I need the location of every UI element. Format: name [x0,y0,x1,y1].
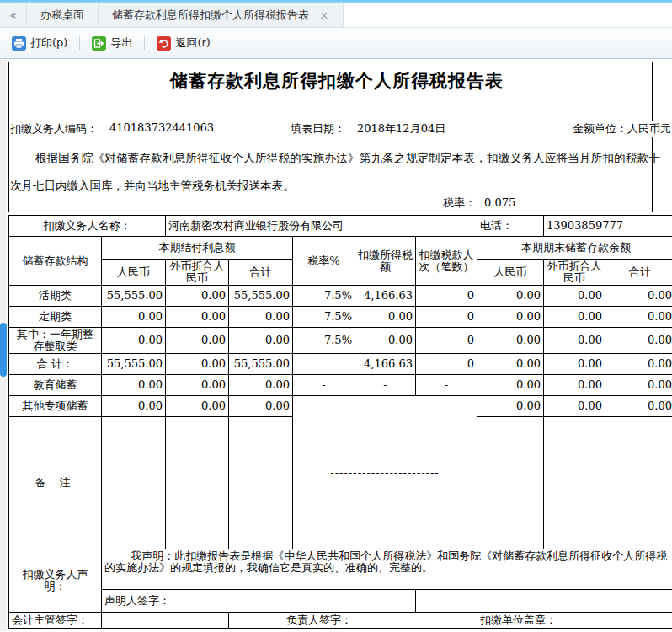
cell: 4,166.63 [355,354,416,375]
merged-dash-cell: ------------------------ [293,396,477,549]
cell [293,354,355,375]
form-instructions: 根据国务院《对储蓄存款利息所得征收个人所得税的实施办法》第九条之规定制定本表，扣… [10,144,660,200]
cell: 0.00 [477,307,544,328]
print-button[interactable]: 打印(p) [7,32,72,54]
header-interest-group: 本期结付利息额 [102,237,293,260]
tab-bar: « 办税桌面 储蓄存款利息所得扣缴个人所得税报告表 × [0,3,672,28]
cell: 0.00 [477,375,544,396]
app-window: « 办税桌面 储蓄存款利息所得扣缴个人所得税报告表 × 打印(p) 导出 [0,0,672,632]
cell: 55,555.00 [102,354,166,375]
cell: 0.00 [544,396,605,417]
fill-date-field: 填表日期：2018年12月04日 [291,121,357,137]
back-icon [157,36,171,51]
education-row: 教育储蓄 0.00 0.00 0.00 - - - 0.00 0.00 0.00 [9,375,672,396]
row-label: 合 计： [9,354,102,375]
cell: 0.00 [477,354,544,375]
tax-report-form: 储蓄存款利息所得扣缴个人所得税报告表 扣缴义务人编码：4101837324410… [8,62,672,631]
payer-code-value: 410183732441063 [109,121,214,134]
manager-sign-field [355,613,477,629]
table-row: 其中：一年期整存整取类 0.00 0.00 0.00 7.5% 0.00 0 0… [9,328,672,354]
payer-name-label: 扣缴义务人名称： [9,216,166,237]
signatures-row: 会计主管签字： 负责人签字： 扣缴单位盖章： [9,613,672,629]
cell: 0.00 [166,286,229,307]
cell: 0.00 [166,307,229,328]
cell: 0.00 [605,354,672,375]
cell: 0.00 [229,307,293,328]
toolbar: 打印(p) 导出 返回(r) [0,28,672,59]
declaration-row: 扣缴义务人声明： 我声明：此扣缴报告表是根据《中华人民共和国个人所得税法》和国务… [9,549,672,590]
cell: 0.00 [166,396,229,417]
header-rate: 税率% [293,237,355,286]
close-icon[interactable]: × [319,8,329,22]
row-label: 活期类 [9,286,102,307]
special-savings-row: 其他专项储蓄 0.00 0.00 0.00 ------------------… [9,396,672,417]
header-balance-group: 本期期末储蓄存款余额 [477,237,672,260]
tab-tax-desktop[interactable]: 办税桌面 [27,3,99,27]
cell: 0.00 [355,307,416,328]
cell: 0.00 [166,375,229,396]
back-label: 返回(r) [175,35,211,51]
table-header-row-1: 储蓄存款结构 本期结付利息额 税率% 扣缴所得税额 扣缴税款人次（笔数） 本期期… [9,237,672,260]
total-row: 合 计： 55,555.00 0.00 55,555.00 4,166.63 0… [9,354,672,375]
cell: 55,555.00 [102,286,166,307]
cell: 0 [416,286,477,307]
payer-code-field: 扣缴义务人编码：410183732441063 [10,121,109,137]
tab-report-form[interactable]: 储蓄存款利息所得扣缴个人所得税报告表 × [99,3,344,27]
cell: 0.00 [229,396,293,417]
cell: - [293,375,355,396]
cell: 7.5% [293,328,355,354]
header-structure: 储蓄存款结构 [9,237,102,286]
tax-rate-field: 税率：0.075 [443,195,515,211]
vertical-scrollbar[interactable] [0,59,7,631]
header-foreign2: 外币折合人民币 [544,260,605,286]
table-row: 活期类 55,555.00 0.00 55,555.00 7.5% 4,166.… [9,286,672,307]
declaration-label: 扣缴义务人声明： [9,549,102,613]
cell: 0.00 [605,307,672,328]
export-button[interactable]: 导出 [87,32,137,54]
back-button[interactable]: 返回(r) [152,32,216,54]
cell: 0 [416,307,477,328]
declarant-sign-label: 声明人签字： [102,590,416,613]
cell: 7.5% [293,307,355,328]
cell: 55,555.00 [229,354,293,375]
cell: 0.00 [102,396,166,417]
row-label: 其他专项储蓄 [9,396,102,417]
cell: 0.00 [166,328,229,354]
declaration-text: 我声明：此扣缴报告表是根据《中华人民共和国个人所得税法》和国务院《对储蓄存款利息… [104,550,672,574]
cell: - [355,375,416,396]
declarant-sign-row: 声明人签字： [9,590,672,613]
remark-cell [166,417,229,549]
remark-cell [102,417,166,549]
tab-label: 储蓄存款利息所得扣缴个人所得税报告表 [112,8,309,23]
payer-code-label: 扣缴义务人编码： [10,122,98,135]
cell: 0.00 [544,286,605,307]
cell: 0.00 [544,307,605,328]
tab-label: 办税桌面 [40,8,84,23]
cell: 0.00 [102,375,166,396]
accountant-sign-field [102,613,229,629]
cell: 7.5% [293,286,355,307]
remark-label: 备 注 [9,417,102,549]
unit-seal-label: 扣缴单位盖章： [477,613,605,629]
cell: 0.00 [229,375,293,396]
fill-date-label: 填表日期： [291,122,345,135]
scrollbar-thumb[interactable] [0,323,7,377]
cell: 0.00 [102,328,166,354]
cell: 0.00 [355,328,416,354]
remark-cell [229,417,293,549]
header-total: 合计 [229,260,293,286]
row-label: 定期类 [9,307,102,328]
header-total2: 合计 [605,260,672,286]
row-label: 其中：一年期整存整取类 [9,328,102,354]
cell: 0 [416,328,477,354]
collapse-tabs-button[interactable]: « [0,3,27,27]
export-label: 导出 [110,35,132,51]
amount-unit-label: 金额单位：人民币元 [571,121,671,137]
report-table: 扣缴义务人名称： 河南新密农村商业银行股份有限公司 电话： 1390385977… [8,215,672,629]
cell: 0.00 [477,396,544,417]
tax-rate-label: 税率： [443,196,476,209]
cell: 0.00 [605,375,672,396]
print-label: 打印(p) [30,35,67,51]
payer-name-row: 扣缴义务人名称： 河南新密农村商业银行股份有限公司 电话： 1390385977… [9,216,672,237]
cell: - [416,375,477,396]
